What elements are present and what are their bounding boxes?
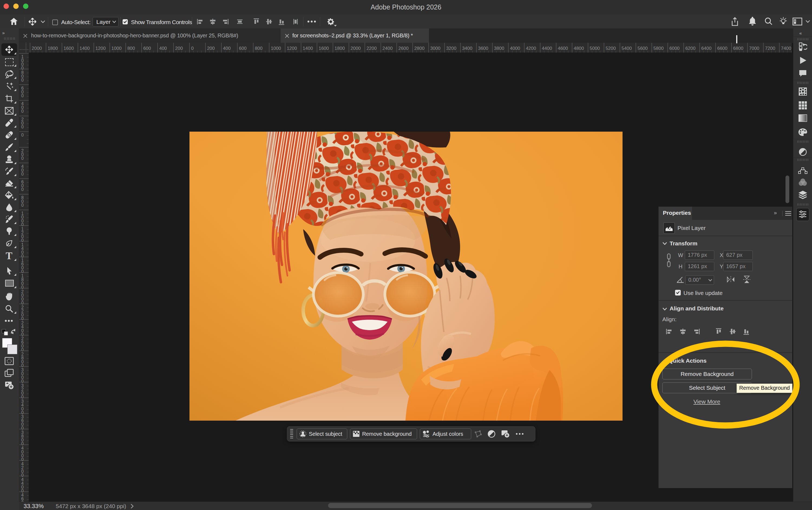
svg-text:400: 400 — [223, 46, 231, 51]
svg-text:4000: 4000 — [21, 446, 24, 462]
svg-text:3600: 3600 — [21, 415, 24, 430]
svg-text:600: 600 — [21, 86, 24, 98]
svg-text:3600: 3600 — [478, 46, 488, 51]
svg-text:6200: 6200 — [685, 46, 696, 51]
svg-text:6400: 6400 — [701, 46, 712, 51]
svg-text:1000: 1000 — [112, 46, 122, 51]
svg-text:800: 800 — [21, 195, 24, 207]
svg-text:4200: 4200 — [21, 461, 24, 478]
svg-text:1800: 1800 — [48, 46, 58, 51]
svg-text:400: 400 — [21, 164, 24, 176]
svg-text:2600: 2600 — [21, 336, 24, 352]
svg-text:400: 400 — [21, 101, 24, 113]
svg-text:1600: 1600 — [319, 46, 329, 51]
svg-text:7400: 7400 — [781, 46, 791, 51]
svg-text:1000: 1000 — [271, 46, 281, 51]
svg-text:600: 600 — [21, 179, 24, 192]
svg-text:4600: 4600 — [558, 46, 568, 51]
svg-text:3400: 3400 — [462, 46, 472, 51]
svg-text:2600: 2600 — [398, 46, 409, 51]
svg-text:4600: 4600 — [21, 493, 24, 502]
svg-text:3800: 3800 — [494, 46, 504, 51]
svg-text:1400: 1400 — [21, 243, 24, 258]
svg-text:400: 400 — [159, 46, 167, 51]
svg-text:2400: 2400 — [383, 46, 393, 51]
svg-text:2200: 2200 — [366, 46, 377, 51]
svg-text:2800: 2800 — [21, 352, 24, 368]
svg-text:5000: 5000 — [590, 46, 600, 51]
svg-text:200: 200 — [21, 117, 24, 129]
svg-text:3800: 3800 — [21, 430, 24, 446]
svg-text:200: 200 — [175, 46, 183, 51]
svg-text:200: 200 — [21, 148, 24, 161]
svg-text:800: 800 — [255, 46, 263, 51]
svg-text:3400: 3400 — [21, 399, 24, 415]
svg-text:2000: 2000 — [351, 46, 361, 51]
svg-text:4400: 4400 — [21, 477, 24, 493]
svg-text:200: 200 — [207, 46, 215, 51]
svg-text:3000: 3000 — [21, 368, 24, 384]
svg-text:600: 600 — [143, 46, 151, 51]
svg-text:1200: 1200 — [95, 46, 106, 51]
svg-text:6000: 6000 — [669, 46, 680, 51]
svg-text:1200: 1200 — [21, 227, 24, 243]
svg-text:1400: 1400 — [303, 46, 313, 51]
svg-text:2200: 2200 — [21, 305, 24, 321]
svg-text:6600: 6600 — [717, 46, 727, 51]
svg-text:5800: 5800 — [653, 46, 664, 51]
svg-text:1400: 1400 — [80, 46, 90, 51]
svg-text:3200: 3200 — [446, 46, 456, 51]
svg-text:2400: 2400 — [21, 321, 24, 337]
svg-text:4400: 4400 — [542, 46, 552, 51]
svg-text:800: 800 — [21, 70, 24, 82]
svg-text:1800: 1800 — [335, 46, 345, 51]
svg-text:3000: 3000 — [430, 46, 441, 51]
svg-text:1800: 1800 — [21, 274, 24, 289]
svg-text:0: 0 — [21, 133, 24, 137]
svg-text:7000: 7000 — [749, 46, 759, 51]
svg-text:5600: 5600 — [637, 46, 648, 51]
svg-text:6800: 6800 — [733, 46, 744, 51]
svg-text:4200: 4200 — [526, 46, 536, 51]
svg-text:2800: 2800 — [414, 46, 425, 51]
svg-text:1600: 1600 — [21, 258, 24, 274]
svg-text:1000: 1000 — [21, 54, 24, 70]
svg-text:1600: 1600 — [64, 46, 74, 51]
svg-text:0: 0 — [191, 46, 193, 51]
svg-text:5200: 5200 — [605, 46, 616, 51]
svg-text:1200: 1200 — [287, 46, 297, 51]
svg-text:800: 800 — [127, 46, 135, 51]
svg-text:2000: 2000 — [21, 289, 24, 305]
svg-text:5400: 5400 — [622, 46, 632, 51]
svg-text:4800: 4800 — [574, 46, 584, 51]
svg-text:1000: 1000 — [21, 211, 24, 227]
svg-text:4000: 4000 — [510, 46, 520, 51]
svg-text:600: 600 — [239, 46, 247, 51]
svg-text:7200: 7200 — [765, 46, 775, 51]
svg-text:2000: 2000 — [32, 46, 42, 51]
svg-text:3200: 3200 — [21, 383, 24, 399]
